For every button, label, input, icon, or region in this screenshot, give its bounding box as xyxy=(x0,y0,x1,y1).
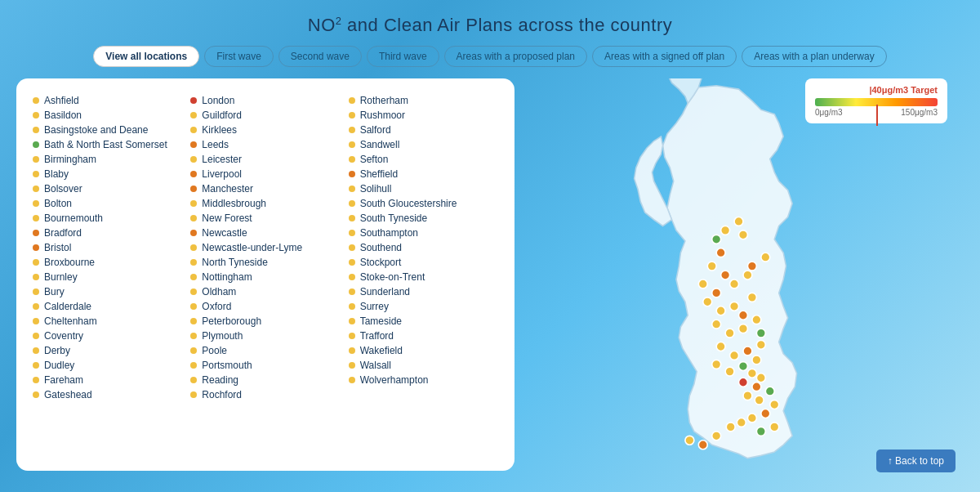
list-item[interactable]: Bristol xyxy=(33,240,182,255)
map-dot[interactable] xyxy=(756,427,765,436)
map-dot[interactable] xyxy=(730,302,739,311)
filter-btn-3[interactable]: Third wave xyxy=(367,46,439,67)
map-dot[interactable] xyxy=(685,436,694,445)
map-dot[interactable] xyxy=(761,253,770,262)
list-item[interactable]: Solihull xyxy=(349,181,498,196)
list-item[interactable]: Cheltenham xyxy=(33,314,182,329)
list-item[interactable]: Stoke-on-Trent xyxy=(349,270,498,284)
list-item[interactable]: Tameside xyxy=(349,314,498,329)
list-item[interactable]: Kirklees xyxy=(190,123,340,137)
map-dot[interactable] xyxy=(743,391,752,400)
map-dot[interactable] xyxy=(739,311,748,320)
map-dot[interactable] xyxy=(752,382,761,391)
map-dot[interactable] xyxy=(721,271,730,280)
map-dot[interactable] xyxy=(730,351,739,360)
list-item[interactable]: Dudley xyxy=(33,358,182,373)
list-item[interactable]: Bury xyxy=(33,284,182,299)
map-dot[interactable] xyxy=(743,347,752,356)
list-item[interactable]: Derby xyxy=(33,343,182,358)
list-item[interactable]: Surrey xyxy=(349,299,498,314)
map-dot[interactable] xyxy=(712,432,721,441)
filter-btn-6[interactable]: Areas with a plan underway xyxy=(742,46,886,67)
list-item[interactable]: Leicester xyxy=(190,152,340,167)
list-item[interactable]: Bradford xyxy=(33,226,182,240)
list-item[interactable]: Southend xyxy=(349,240,498,255)
list-item[interactable]: Coventry xyxy=(33,329,182,343)
map-dot[interactable] xyxy=(703,297,712,306)
list-item[interactable]: Stockport xyxy=(349,255,498,270)
map-dot[interactable] xyxy=(721,226,730,235)
map-dot[interactable] xyxy=(716,248,725,257)
filter-btn-5[interactable]: Areas with a signed off plan xyxy=(592,46,737,67)
list-item[interactable]: Oxford xyxy=(190,299,340,314)
list-item[interactable]: Poole xyxy=(190,343,340,358)
list-item[interactable]: Plymouth xyxy=(190,329,340,343)
list-item[interactable]: Sheffield xyxy=(349,167,498,181)
map-dot[interactable] xyxy=(739,378,748,387)
map-dot[interactable] xyxy=(698,280,707,288)
map-dot[interactable] xyxy=(747,293,756,302)
list-item[interactable]: Nottingham xyxy=(190,270,340,284)
filter-btn-1[interactable]: First wave xyxy=(204,46,274,67)
list-item[interactable]: Rochford xyxy=(190,387,340,402)
map-dot[interactable] xyxy=(726,423,735,432)
list-item[interactable]: Newcastle xyxy=(190,226,340,240)
list-item[interactable]: Broxbourne xyxy=(33,255,182,270)
back-to-top-button[interactable]: ↑ Back to top xyxy=(876,450,956,472)
map-dot[interactable] xyxy=(716,306,725,315)
map-dot[interactable] xyxy=(725,367,734,376)
list-item[interactable]: Calderdale xyxy=(33,299,182,314)
list-item[interactable]: Sandwell xyxy=(349,137,498,152)
filter-btn-2[interactable]: Second wave xyxy=(278,46,362,67)
map-dot[interactable] xyxy=(743,271,752,280)
list-item[interactable]: Bournemouth xyxy=(33,211,182,226)
list-item[interactable]: Trafford xyxy=(349,329,498,343)
list-item[interactable]: Salford xyxy=(349,123,498,137)
list-item[interactable]: South Gloucestershire xyxy=(349,196,498,211)
list-item[interactable]: Manchester xyxy=(190,181,340,196)
list-item[interactable]: Oldham xyxy=(190,284,340,299)
list-item[interactable]: South Tyneside xyxy=(349,211,498,226)
list-item[interactable]: Ashfield xyxy=(33,93,182,108)
list-item[interactable]: Rotherham xyxy=(349,93,498,108)
list-item[interactable]: Gateshead xyxy=(33,387,182,402)
map-dot[interactable] xyxy=(739,230,748,239)
list-item[interactable]: Bolton xyxy=(33,196,182,211)
list-item[interactable]: Wolverhampton xyxy=(349,373,498,387)
list-item[interactable]: Fareham xyxy=(33,373,182,387)
list-item[interactable]: Liverpool xyxy=(190,167,340,181)
map-dot[interactable] xyxy=(730,280,739,288)
list-item[interactable]: Portsmouth xyxy=(190,358,340,373)
map-dot[interactable] xyxy=(756,341,765,350)
list-item[interactable]: Wakefield xyxy=(349,343,498,358)
map-dot[interactable] xyxy=(747,262,756,271)
map-dot[interactable] xyxy=(752,315,761,324)
list-item[interactable]: Leeds xyxy=(190,137,340,152)
list-item[interactable]: London xyxy=(190,93,340,108)
map-dot[interactable] xyxy=(739,362,748,371)
filter-btn-0[interactable]: View all locations xyxy=(93,46,199,67)
filter-btn-4[interactable]: Areas with a proposed plan xyxy=(444,46,587,67)
list-item[interactable]: Birmingham xyxy=(33,152,182,167)
map-dot[interactable] xyxy=(755,396,764,405)
list-item[interactable]: Newcastle-under-Lyme xyxy=(190,240,340,255)
list-item[interactable]: New Forest xyxy=(190,211,340,226)
map-dot[interactable] xyxy=(712,360,721,369)
map-dot[interactable] xyxy=(761,409,770,418)
map-dot[interactable] xyxy=(712,288,721,297)
map-dot[interactable] xyxy=(747,414,756,423)
map-dot[interactable] xyxy=(707,262,716,271)
map-dot[interactable] xyxy=(698,441,707,450)
list-item[interactable]: North Tyneside xyxy=(190,255,340,270)
map-dot[interactable] xyxy=(725,329,734,338)
list-item[interactable]: Rushmoor xyxy=(349,108,498,123)
list-item[interactable]: Walsall xyxy=(349,358,498,373)
list-item[interactable]: Basildon xyxy=(33,108,182,123)
map-dot[interactable] xyxy=(756,373,765,382)
map-dot[interactable] xyxy=(739,324,748,333)
list-item[interactable]: Sunderland xyxy=(349,284,498,299)
map-dot[interactable] xyxy=(716,342,725,351)
map-dot[interactable] xyxy=(756,329,765,338)
list-item[interactable]: Southampton xyxy=(349,226,498,240)
map-dot[interactable] xyxy=(770,400,779,409)
